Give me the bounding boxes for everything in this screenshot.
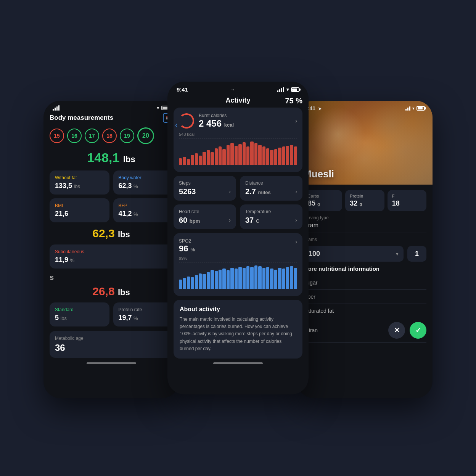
- blue-bar: [282, 269, 285, 289]
- right-status-icons: ▾: [405, 106, 425, 111]
- grams-input[interactable]: 100 ▾: [303, 246, 404, 262]
- body-water-card[interactable]: Body water 62,3 %: [113, 170, 173, 195]
- middle-location-icon: →: [230, 87, 235, 92]
- nutrition-item-sugar[interactable]: Sugar: [303, 276, 426, 290]
- left-status-bar: ▾: [43, 101, 179, 113]
- metric-label-2: BMI: [55, 203, 104, 208]
- red-bar: [266, 148, 269, 165]
- temperature-card[interactable]: Temperature 37 C ›: [240, 204, 302, 229]
- confirm-button[interactable]: ✓: [410, 322, 426, 339]
- day-circle-19[interactable]: 19: [120, 129, 134, 143]
- blue-bar: [215, 271, 218, 289]
- protein-rate-card[interactable]: Protein rate 19,7 %: [113, 302, 173, 326]
- spo2-card[interactable]: SPO2 96 % › 99%: [174, 233, 302, 296]
- subcutaneous-unit: %: [70, 257, 75, 263]
- red-bar: [207, 150, 210, 165]
- body-measurements-title: Body measurements 📅: [50, 113, 173, 123]
- red-bar: [270, 150, 273, 165]
- blue-bar: [246, 266, 249, 289]
- protein-rate-label: Protein rate: [119, 307, 168, 312]
- red-bar: [290, 145, 293, 165]
- spo2-header: SPO2 96 % ›: [179, 238, 297, 254]
- metric-value-3: 41,2: [119, 210, 132, 217]
- red-bar: [294, 146, 297, 165]
- temperature-value: 37 C: [245, 216, 297, 225]
- carbs-card[interactable]: Carbs 85 g: [303, 190, 342, 211]
- calories-card[interactable]: Burnt calories 2 456 kcal › 548 kcal: [174, 108, 302, 172]
- steps-card[interactable]: Steps 5263 ›: [174, 176, 236, 201]
- blue-bar: [266, 267, 269, 289]
- day-circle-20[interactable]: 20: [137, 127, 154, 144]
- weight-unit: lbs: [123, 154, 135, 164]
- secondary-weight-unit: lbs: [118, 230, 130, 239]
- blue-bar: [222, 269, 225, 289]
- middle-status-time: 9:41: [177, 86, 188, 93]
- fat-card[interactable]: F 18: [388, 190, 426, 211]
- cancel-button[interactable]: ✕: [388, 322, 405, 339]
- steps-value: 5263: [179, 187, 231, 196]
- without-fat-card[interactable]: Without fat 133,5 lbs: [50, 170, 109, 195]
- burnt-calories-value: 2 456 kcal: [199, 118, 234, 129]
- protein-label: Protein: [350, 194, 380, 198]
- wifi-icon: ▾: [157, 105, 159, 111]
- carbs-label: Carbs: [308, 194, 338, 198]
- macros-row: Carbs 85 g Protein 32 g F 18: [303, 185, 426, 215]
- title-text: Body measurements: [50, 114, 113, 122]
- middle-phone: 9:41 → ▾ ‹ Activity 75 %: [167, 82, 309, 394]
- metric-label-1: Body water: [119, 175, 168, 180]
- red-bar: [258, 145, 261, 165]
- home-indicator-middle: [213, 362, 263, 364]
- right-wifi: ▾: [412, 106, 415, 111]
- subcutaneous-card[interactable]: Subcutaneous 11,9 %: [50, 244, 173, 269]
- day-circle-15[interactable]: 15: [50, 129, 64, 143]
- standard-card[interactable]: Standard 5 lbs: [50, 302, 109, 326]
- calories-info: Burnt calories 2 456 kcal: [199, 113, 234, 129]
- nutrition-content: Carbs 85 g Protein 32 g F 18: [297, 185, 433, 343]
- day-circle-17[interactable]: 17: [85, 129, 99, 143]
- bmi-card[interactable]: BMI 21,6: [50, 198, 109, 222]
- spo2-label: SPO2: [179, 238, 195, 244]
- red-bar: [274, 149, 277, 166]
- tertiary-weight-unit: lbs: [118, 288, 130, 297]
- right-battery: [416, 106, 425, 111]
- spo2-chevron: ›: [295, 238, 297, 245]
- standard-label: Standard: [55, 307, 104, 312]
- heart-rate-card[interactable]: Heart rate 60 bpm ›: [174, 204, 236, 229]
- burnt-calories-label: Burnt calories: [199, 113, 234, 118]
- back-button[interactable]: ‹: [175, 121, 177, 129]
- metabolic-age-card[interactable]: Metabolic age 36: [50, 331, 173, 358]
- day-circle-16[interactable]: 16: [67, 129, 82, 143]
- serving-count[interactable]: 1: [407, 246, 426, 262]
- blue-bar: [274, 270, 277, 289]
- middle-content: Burnt calories 2 456 kcal › 548 kcal Ste…: [167, 108, 309, 394]
- right-signal: [405, 106, 410, 111]
- distance-card[interactable]: Distance 2.7 miles ›: [240, 176, 302, 201]
- nutrition-item-tairan[interactable]: Tairan ✕ ✓: [303, 318, 426, 343]
- blue-bar: [286, 267, 289, 289]
- grams-row: 100 ▾ 1: [303, 246, 426, 262]
- blue-bar: [211, 270, 214, 289]
- bfp-card[interactable]: BFP 41,2 %: [113, 198, 173, 222]
- subcutaneous-label: Subcutaneous: [55, 249, 167, 254]
- red-bar: [227, 145, 230, 165]
- blue-bar: [199, 273, 202, 289]
- steps-chevron: ›: [229, 188, 231, 195]
- left-phone: ▾ Body measurements 📅 15 16 17 18 19 20 …: [43, 101, 179, 398]
- visceral-partial: s: [50, 273, 173, 282]
- metric-unit-3: %: [133, 211, 138, 217]
- right-location-icon: ➤: [318, 106, 322, 111]
- nutrition-item-fiber[interactable]: Fiber: [303, 290, 426, 304]
- blue-bar: [258, 266, 261, 289]
- protein-card[interactable]: Protein 32 g: [345, 190, 384, 211]
- distance-value: 2.7 miles: [245, 187, 297, 196]
- protein-rate-unit: %: [133, 315, 138, 321]
- nutrition-item-saturated-fat[interactable]: Saturated fat: [303, 304, 426, 318]
- blue-bar: [179, 280, 182, 289]
- grams-section: Grams: [303, 237, 426, 242]
- left-content: Body measurements 📅 15 16 17 18 19 20 14…: [43, 113, 179, 398]
- heart-rate-value: 60 bpm: [179, 216, 231, 225]
- protein-rate-value: 19,7: [119, 314, 132, 322]
- secondary-weight-value: 62,3: [92, 227, 114, 240]
- day-circle-18[interactable]: 18: [102, 129, 117, 143]
- steps-label: Steps: [179, 180, 231, 186]
